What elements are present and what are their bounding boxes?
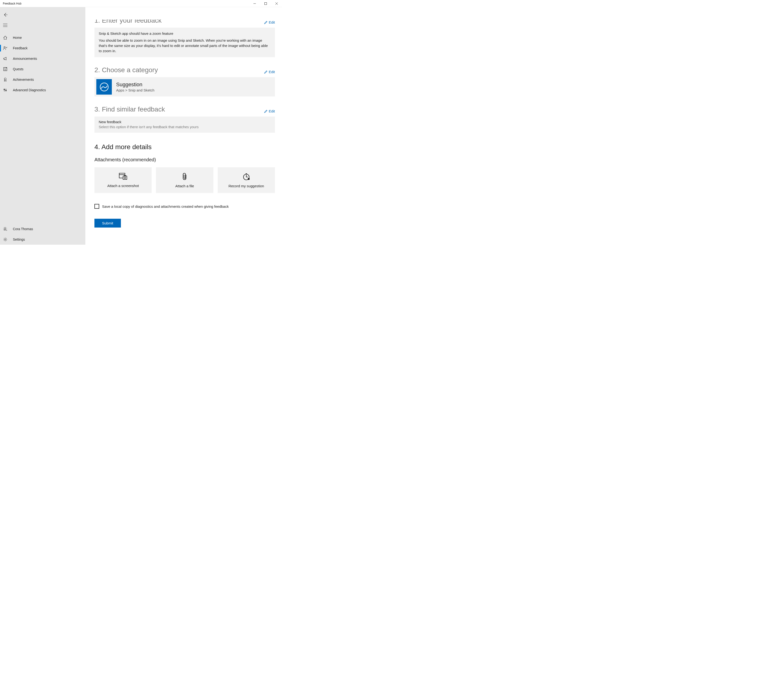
- edit-icon: [264, 20, 268, 24]
- settings-icon: [3, 237, 8, 242]
- svg-rect-0: [265, 2, 267, 5]
- step-2-title: 2. Choose a category: [95, 66, 158, 74]
- sidebar-item-diagnostics[interactable]: Advanced Diagnostics: [0, 85, 85, 95]
- category-card: Suggestion Apps > Snip and Sketch: [95, 77, 275, 96]
- back-icon: [3, 13, 8, 17]
- hamburger-icon: [3, 24, 7, 27]
- paperclip-icon: [182, 173, 188, 181]
- svg-point-15: [248, 178, 250, 180]
- step-3-edit-button[interactable]: Edit: [264, 109, 275, 113]
- step-1-card: Snip & Sketch app should have a zoom fea…: [95, 28, 275, 57]
- sidebar-item-label: Quests: [13, 67, 24, 71]
- user-avatar-icon: [3, 227, 8, 231]
- attach-file-button[interactable]: Attach a file: [156, 167, 213, 193]
- record-icon: [242, 173, 250, 181]
- quests-icon: [3, 67, 8, 71]
- home-icon: [3, 35, 8, 40]
- edit-label: Edit: [269, 70, 275, 74]
- sidebar-item-feedback[interactable]: Feedback: [0, 43, 85, 54]
- attach-label: Attach a file: [175, 184, 194, 188]
- similar-feedback-card: New feedback Select this option if there…: [95, 116, 275, 133]
- back-button[interactable]: [0, 9, 85, 20]
- sidebar-item-label: Home: [13, 36, 22, 39]
- feedback-icon: [3, 46, 8, 50]
- svg-point-3: [4, 78, 6, 80]
- similar-feedback-title: New feedback: [99, 120, 271, 124]
- diagnostics-icon: [3, 88, 8, 93]
- sidebar-item-label: Feedback: [13, 46, 27, 50]
- svg-point-1: [4, 46, 5, 48]
- submit-button[interactable]: Submit: [95, 219, 121, 228]
- title-bar: Feedback Hub: [0, 0, 282, 7]
- feedback-title: Snip & Sketch app should have a zoom fea…: [99, 31, 271, 36]
- edit-label: Edit: [269, 109, 275, 113]
- save-local-checkbox[interactable]: [95, 204, 99, 209]
- sidebar-item-label: Advanced Diagnostics: [13, 88, 46, 92]
- svg-point-7: [4, 228, 6, 229]
- hamburger-button[interactable]: [0, 20, 85, 30]
- window-title: Feedback Hub: [3, 2, 22, 5]
- attach-label: Attach a screenshot: [107, 184, 139, 188]
- svg-rect-12: [123, 176, 127, 179]
- minimize-button[interactable]: [249, 0, 260, 7]
- category-type: Suggestion: [116, 82, 155, 88]
- svg-point-9: [5, 239, 6, 240]
- close-button[interactable]: [271, 0, 282, 7]
- screenshot-icon: [119, 173, 127, 180]
- attachments-heading: Attachments (recommended): [95, 157, 275, 162]
- step-2-edit-button[interactable]: Edit: [264, 70, 275, 74]
- sidebar-item-label: Settings: [13, 238, 25, 241]
- category-app-icon: [96, 79, 112, 94]
- sidebar-item-settings[interactable]: Settings: [0, 234, 85, 245]
- similar-feedback-sub: Select this option if there isn't any fe…: [99, 125, 271, 129]
- sidebar-item-announcements[interactable]: Announcements: [0, 54, 85, 64]
- sidebar-user[interactable]: Cora Thomas: [0, 224, 85, 234]
- announcements-icon: [3, 56, 8, 61]
- edit-icon: [264, 109, 268, 113]
- edit-icon: [264, 70, 268, 74]
- sidebar-item-label: Achievements: [13, 78, 34, 82]
- step-3-title: 3. Find similar feedback: [95, 105, 165, 113]
- save-local-label: Save a local copy of diagnostics and att…: [102, 205, 229, 208]
- maximize-button[interactable]: [260, 0, 271, 7]
- sidebar-item-quests[interactable]: Quests: [0, 64, 85, 74]
- edit-label: Edit: [269, 20, 275, 24]
- feedback-body: You should be able to zoom in on an imag…: [99, 38, 271, 54]
- sidebar-item-label: Announcements: [13, 57, 37, 60]
- attach-label: Record my suggestion: [229, 184, 264, 188]
- sidebar-user-label: Cora Thomas: [13, 227, 33, 231]
- step-1-edit-button[interactable]: Edit: [264, 20, 275, 24]
- main-content: 1. Enter your feedback Edit Snip & Sketc…: [85, 7, 282, 245]
- sidebar: Home Feedback Announcements Quests: [0, 7, 85, 245]
- step-4-title: 4. Add more details: [95, 143, 275, 151]
- category-breadcrumb: Apps > Snip and Sketch: [116, 88, 155, 92]
- step-1-title: 1. Enter your feedback: [95, 19, 162, 24]
- sidebar-item-home[interactable]: Home: [0, 32, 85, 43]
- achievements-icon: [3, 77, 8, 82]
- attach-screenshot-button[interactable]: Attach a screenshot: [95, 167, 151, 193]
- sidebar-item-achievements[interactable]: Achievements: [0, 74, 85, 85]
- record-suggestion-button[interactable]: Record my suggestion: [218, 167, 275, 193]
